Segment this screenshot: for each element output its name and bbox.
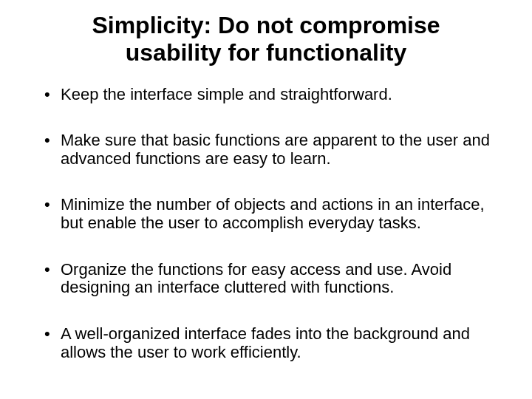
list-item: A well-organized interface fades into th… xyxy=(44,325,498,361)
list-item: Minimize the number of objects and actio… xyxy=(44,196,498,232)
list-item: Keep the interface simple and straightfo… xyxy=(44,86,498,104)
bullet-list: Keep the interface simple and straightfo… xyxy=(30,86,502,362)
list-item: Make sure that basic functions are appar… xyxy=(44,132,498,168)
slide-title: Simplicity: Do not compromise usability … xyxy=(59,12,473,66)
list-item: Organize the functions for easy access a… xyxy=(44,261,498,297)
slide: Simplicity: Do not compromise usability … xyxy=(0,0,532,399)
